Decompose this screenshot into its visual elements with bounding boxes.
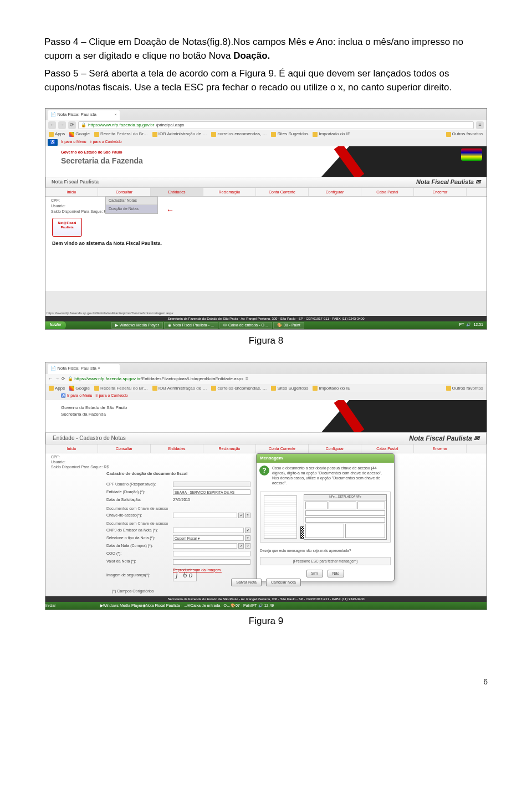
skip-menu-link[interactable]: Ir para o Menu (61, 140, 86, 144)
taskbar-item-outlook[interactable]: ✉Caixa de entrada - O… (187, 603, 231, 608)
cancel-note-button[interactable]: Cancelar Nota (266, 579, 301, 586)
address-bar[interactable]: 🔒 https://www.nfp.fazenda.sp.gov.br/Enti… (68, 376, 243, 382)
start-button[interactable]: Iniciar (45, 603, 56, 608)
bookmark-ie[interactable]: Importado do IE (313, 385, 350, 392)
accessibility-icon[interactable]: ♿ (48, 139, 58, 146)
help-cnpj-icon[interactable]: ✔ (245, 528, 250, 533)
menu-encerrar[interactable]: Encerrar (414, 188, 467, 196)
bookmark-receita[interactable]: Receita Federal do Br… (94, 385, 148, 392)
envelope-icon[interactable]: ✉ (474, 434, 479, 442)
dropdown-cadastrar[interactable]: Cadastrar Notas (106, 197, 157, 205)
value-data-sol: 27/5/2015 (173, 497, 250, 503)
google-icon (69, 386, 74, 391)
bookmark-apps[interactable]: Apps (49, 131, 65, 137)
bookmark-sites[interactable]: Sites Sugeridos (271, 385, 308, 392)
reload-icon[interactable]: ⟳ (62, 376, 65, 382)
select-tipo[interactable]: Cupom Fiscal ▾ (173, 535, 244, 541)
menu-reclamacao[interactable]: Reclamação (203, 444, 256, 453)
tray-icon[interactable]: 🔊 (258, 603, 263, 607)
taskbar-item-wmp[interactable]: ▶Windows Media Player (100, 603, 142, 608)
menu-icon[interactable]: ≡ (476, 121, 484, 129)
menu-configurar[interactable]: Configurar (309, 188, 361, 196)
info-chave-icon[interactable]: ? (245, 513, 250, 518)
start-button[interactable]: Iniciar (45, 321, 66, 329)
bookmark-iob[interactable]: IOB Administração de … (152, 131, 207, 137)
back-icon[interactable]: ← (48, 121, 56, 129)
browser-tab[interactable]: 📄 Nota Fiscal Paulista × (48, 110, 120, 120)
captcha-audio-link[interactable]: Reproduzir som da imagem. (173, 567, 426, 573)
bookmark-correios[interactable]: correios encomendas, … (211, 131, 267, 137)
bookmark-sites[interactable]: Sites Sugeridos (271, 131, 308, 137)
tray-lang[interactable]: PT (252, 603, 257, 607)
bookmark-apps[interactable]: Apps (49, 385, 65, 392)
input-chave[interactable] (173, 513, 237, 518)
section-com-chave: Documentos com Chave-de-acesso (106, 506, 250, 512)
tab-close-icon[interactable]: × (98, 366, 100, 371)
bookmark-other[interactable]: Outros favoritos (446, 385, 483, 392)
save-note-button[interactable]: Salvar Nota (231, 579, 262, 586)
bookmark-correios[interactable]: correios encomendas, … (211, 385, 267, 392)
folder-icon (446, 386, 451, 391)
skip-menu-link[interactable]: Ir para o Menu (67, 393, 93, 397)
menu-consultar[interactable]: Consultar (98, 188, 151, 196)
bookmark-google[interactable]: Google (69, 131, 90, 137)
bookmark-ie[interactable]: Importado do IE (313, 131, 350, 137)
welcome-text: Bem vindo ao sistema da Nota Fiscal Paul… (52, 240, 480, 247)
lock-icon: 🔒 (68, 376, 73, 381)
forward-icon[interactable]: → (58, 121, 66, 129)
info-tipo-icon[interactable]: ? (245, 535, 250, 541)
menu-consultar[interactable]: Consultar (98, 444, 151, 453)
taskbar-item-nfp[interactable]: ◉Nota Fiscal Paulista - … (164, 322, 218, 329)
bookmark-receita[interactable]: Receita Federal do Br… (94, 131, 148, 137)
accessibility-icon[interactable]: ♿ (61, 393, 66, 397)
folder-icon (271, 132, 276, 137)
bookmark-google[interactable]: Google (69, 385, 90, 392)
menu-entidades[interactable]: Entidades (151, 188, 203, 196)
browser-tab[interactable]: 📄 Nota Fiscal Paulista × (48, 364, 120, 374)
menu-conta[interactable]: Conta Corrente (256, 444, 309, 453)
input-entidade[interactable]: SEARA - SERVICO ESPIRITA DE AS (173, 489, 250, 495)
input-data-compra[interactable] (173, 543, 237, 549)
back-icon[interactable]: ← (48, 376, 53, 382)
input-valor[interactable] (173, 559, 250, 565)
bookmark-other[interactable]: Outros favoritos (446, 131, 483, 137)
main-menu: Início Consultar Entidades Reclamação Co… (45, 444, 487, 453)
menu-reclamacao[interactable]: Reclamação (203, 188, 256, 196)
info-data-icon[interactable]: ? (245, 543, 250, 549)
input-cnpj[interactable] (173, 528, 244, 533)
menu-configurar[interactable]: Configurar (309, 444, 361, 453)
taskbar-item-nfp[interactable]: ◉Nota Fiscal Paulista - … (142, 603, 187, 608)
figure-8-screenshot: 📄 Nota Fiscal Paulista × ← → ⟳ 🔒 https:/… (44, 108, 488, 330)
taskbar-item-paint[interactable]: 🎨08 - Paint (273, 322, 304, 329)
skip-content-link[interactable]: Ir para o Conteúdo (95, 393, 127, 397)
menu-inicio[interactable]: Início (45, 188, 98, 196)
input-coo[interactable] (173, 551, 250, 556)
taskbar-item-wmp[interactable]: ▶Windows Media Player (111, 322, 163, 329)
reload-icon[interactable]: ⟳ (68, 121, 76, 129)
bookmark-iob[interactable]: IOB Administração de … (152, 385, 207, 392)
skip-content-link[interactable]: Ir para o Conteúdo (89, 140, 121, 144)
paragraph-step4: Passo 4 – Clique em Doação de Notas(fig.… (44, 35, 488, 63)
label-chave: Chave-de-acesso(*): (106, 513, 173, 518)
page-footer: Secretaria da Fazenda do Estado de São P… (45, 596, 487, 602)
help-chave-icon[interactable]: ✔ (238, 513, 244, 518)
menu-caixa[interactable]: Caixa Postal (361, 444, 414, 453)
forward-icon[interactable]: → (55, 376, 59, 382)
menu-inicio[interactable]: Início (45, 444, 98, 453)
envelope-icon[interactable]: ✉ (475, 178, 480, 185)
nfp-title-left: Nota Fiscal Paulista (52, 178, 99, 186)
taskbar-item-paint[interactable]: 🎨07 - Paint (231, 603, 252, 608)
tray-lang[interactable]: PT (459, 322, 464, 328)
tab-close-icon[interactable]: × (114, 111, 117, 118)
help-data-icon[interactable]: ✔ (238, 543, 244, 549)
address-bar[interactable]: 🔒 https://www.nfp.fazenda.sp.gov.br/prin… (78, 121, 474, 129)
menu-caixa[interactable]: Caixa Postal (361, 188, 414, 196)
menu-icon[interactable]: ≡ (245, 376, 248, 382)
menu-entidades[interactable]: Entidades (151, 444, 203, 453)
taskbar-item-outlook[interactable]: ✉Caixa de entrada - O… (219, 322, 272, 329)
label-data-sol: Data da Solicitação: (106, 497, 173, 503)
tray-icon[interactable]: 🔊 (466, 322, 471, 328)
menu-encerrar[interactable]: Encerrar (414, 444, 467, 453)
dropdown-doacao[interactable]: Doação de Notas (106, 205, 157, 213)
menu-conta[interactable]: Conta Corrente (256, 188, 309, 196)
